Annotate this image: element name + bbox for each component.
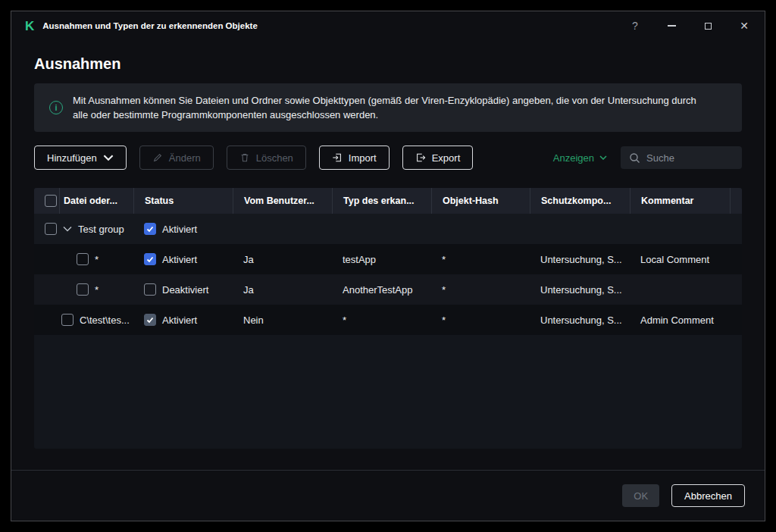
exclusions-dialog-window: K Ausnahmen und Typen der zu erkennenden…: [11, 11, 765, 521]
status-checkbox[interactable]: [144, 283, 156, 296]
maximize-icon: [705, 23, 712, 30]
group-status-cell: Aktiviert: [133, 223, 233, 235]
components-cell: Untersuchung, S...: [530, 315, 630, 326]
type-cell: testApp: [332, 254, 431, 265]
maximize-button[interactable]: [701, 19, 715, 33]
dialog-footer: OK Abbrechen: [11, 470, 765, 521]
status-label: Aktiviert: [162, 254, 197, 265]
column-header-user: Vom Benutzer...: [233, 188, 332, 214]
table-empty-area: [34, 335, 742, 449]
status-checkbox[interactable]: [144, 223, 156, 235]
show-filter-dropdown[interactable]: Anzeigen: [553, 152, 607, 164]
column-header-hash: Objekt-Hash: [431, 188, 530, 214]
export-icon: [415, 152, 426, 163]
cancel-button[interactable]: Abbrechen: [671, 484, 745, 507]
comment-cell: Local Comment: [630, 254, 730, 265]
titlebar: K Ausnahmen und Typen der zu erkennenden…: [11, 11, 765, 40]
dialog-content: Ausnahmen i Mit Ausnahmen können Sie Dat…: [11, 40, 765, 470]
status-label: Aktiviert: [162, 315, 197, 326]
collapse-chevron-icon[interactable]: [63, 226, 72, 232]
user-cell: Nein: [233, 315, 332, 326]
export-button[interactable]: Export: [402, 146, 474, 170]
kaspersky-logo-icon: K: [25, 20, 33, 33]
status-checkbox[interactable]: [144, 314, 156, 326]
components-cell: Untersuchung, S...: [530, 284, 630, 296]
file-value: C\test\tes...: [80, 315, 130, 326]
info-banner-text: Mit Ausnahmen können Sie Dateien und Ord…: [73, 93, 712, 123]
add-button-label: Hinzufügen: [47, 152, 97, 164]
table-row[interactable]: C\test\tes... Aktiviert Nein * * Untersu…: [34, 305, 742, 335]
info-banner: i Mit Ausnahmen können Sie Dateien und O…: [34, 83, 742, 132]
import-button[interactable]: Import: [319, 146, 390, 170]
file-cell: *: [34, 283, 133, 296]
file-value: *: [95, 284, 99, 296]
status-cell: Deaktiviert: [133, 283, 233, 296]
type-cell: AnotherTestApp: [332, 284, 431, 296]
status-label: Aktiviert: [162, 224, 197, 235]
edit-button-label: Ändern: [169, 152, 201, 164]
add-button[interactable]: Hinzufügen: [34, 146, 127, 170]
window-title: Ausnahmen und Typen der zu erkennenden O…: [42, 21, 258, 30]
search-box: [621, 146, 742, 169]
window-controls: ? ✕: [628, 19, 751, 33]
file-cell: C\test\tes...: [34, 314, 133, 326]
column-header-spacer: [730, 188, 742, 214]
help-button[interactable]: ?: [628, 19, 642, 33]
group-name: Test group: [78, 224, 124, 235]
chevron-down-icon: [599, 155, 607, 160]
delete-button-label: Löschen: [256, 152, 293, 164]
delete-button[interactable]: Löschen: [227, 146, 306, 170]
pencil-icon: [152, 152, 163, 163]
import-button-label: Import: [349, 152, 377, 164]
close-button[interactable]: ✕: [737, 19, 751, 33]
group-name-cell: Test group: [34, 223, 133, 235]
row-select-checkbox[interactable]: [45, 223, 57, 235]
column-header-file: Datei oder...: [59, 188, 133, 214]
table-group-row[interactable]: Test group Aktiviert: [34, 214, 742, 244]
hash-cell: *: [431, 284, 530, 296]
export-button-label: Export: [432, 152, 461, 164]
row-select-checkbox[interactable]: [61, 314, 74, 326]
file-value: *: [95, 254, 99, 265]
minimize-icon: [668, 25, 676, 27]
user-cell: Ja: [233, 284, 332, 296]
column-header-status: Status: [133, 188, 233, 214]
toolbar: Hinzufügen Ändern Löschen Import: [34, 146, 742, 170]
select-all-checkbox[interactable]: [45, 195, 57, 207]
desktop-background: K Ausnahmen und Typen der zu erkennenden…: [0, 0, 776, 532]
select-all-cell: [34, 188, 59, 214]
row-select-checkbox[interactable]: [77, 283, 89, 296]
hash-cell: *: [431, 254, 530, 265]
status-checkbox[interactable]: [144, 253, 156, 265]
import-icon: [332, 152, 343, 163]
row-select-checkbox[interactable]: [77, 253, 89, 265]
comment-cell: Admin Comment: [630, 315, 730, 326]
minimize-button[interactable]: [665, 19, 678, 33]
toolbar-right: Anzeigen: [553, 146, 742, 169]
status-label: Deaktiviert: [162, 284, 208, 296]
table-header: Datei oder... Status Vom Benutzer... Typ…: [34, 188, 742, 214]
user-cell: Ja: [233, 254, 332, 265]
info-icon: i: [49, 101, 63, 114]
components-cell: Untersuchung, S...: [530, 254, 630, 265]
column-header-comment: Kommentar: [630, 188, 730, 214]
status-cell: Aktiviert: [133, 314, 233, 326]
chevron-down-icon: [103, 152, 114, 163]
column-header-components: Schutzkompo...: [530, 188, 630, 214]
search-icon: [629, 152, 640, 164]
ok-button[interactable]: OK: [622, 484, 659, 507]
hash-cell: *: [431, 315, 530, 326]
page-title: Ausnahmen: [34, 55, 742, 73]
table-row[interactable]: * Deaktiviert Ja AnotherTestApp * Unters…: [34, 274, 742, 305]
column-header-type: Typ des erkan...: [332, 188, 431, 214]
status-cell: Aktiviert: [133, 253, 233, 265]
exclusions-table: Datei oder... Status Vom Benutzer... Typ…: [34, 188, 742, 449]
trash-icon: [239, 152, 250, 163]
table-row[interactable]: * Aktiviert Ja testApp * Untersuchung, S…: [34, 244, 742, 274]
edit-button[interactable]: Ändern: [139, 146, 214, 170]
file-cell: *: [34, 253, 133, 265]
show-filter-label: Anzeigen: [553, 152, 594, 164]
type-cell: *: [332, 315, 431, 326]
